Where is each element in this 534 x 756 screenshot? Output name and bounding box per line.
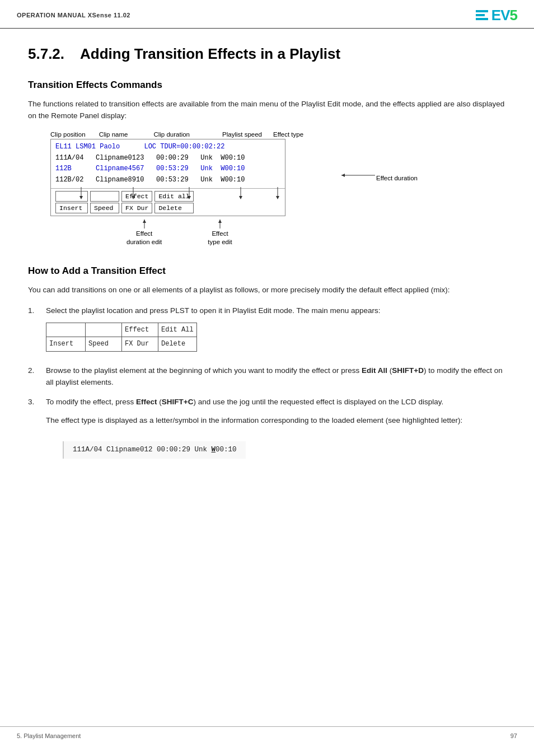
section-heading: Adding Transition Effects in a Playlist (80, 45, 340, 62)
effect-type-label: Effect type (273, 131, 303, 138)
clip-position-label: Clip position (50, 131, 86, 138)
mini-btn-empty-1[interactable] (46, 323, 85, 337)
mini-btn-insert[interactable]: Insert (46, 337, 85, 352)
step-1-num: 1. (28, 305, 40, 317)
playlist-speed-label: Playlist speed (222, 131, 262, 138)
arrow-up-right (212, 220, 228, 228)
section-number: 5.7.2. (28, 45, 64, 62)
btn-grid-inner: Effect Edit All Insert Speed FX Dur Dele… (46, 323, 506, 352)
step-2: 2. Browse to the playlist element at the… (28, 365, 506, 389)
btn-speed[interactable]: Speed (90, 203, 119, 213)
mini-btn-edit-all[interactable]: Edit All (158, 323, 197, 337)
effect-duration-label: Effect duration (341, 167, 418, 181)
section-title: 5.7.2. Adding Transition Effects in a Pl… (28, 45, 506, 63)
step-2-content: Browse to the playlist element at the be… (46, 365, 506, 389)
screen-inner: EL11 LSM01 Paolo LOC TDUR=00:00:02:22 11… (51, 139, 285, 188)
mini-btn-effect[interactable]: Effect (121, 323, 158, 337)
step-1-content: Select the playlist location and press P… (46, 305, 506, 357)
footer: 5. Playlist Management 97 (0, 726, 534, 745)
step-1: 1. Select the playlist location and pres… (28, 305, 506, 357)
step-3: 3. To modify the effect, press Effect (S… (28, 396, 506, 468)
logo-bar-1 (476, 10, 488, 12)
mini-btn-empty-2[interactable] (85, 323, 121, 337)
effect-duration-edit-label: Effectduration edit (127, 220, 162, 246)
screen-row-2: 112B Clipname4567 00:53:29 Unk W00:10 (55, 164, 280, 175)
btn-delete[interactable]: Delete (154, 203, 193, 213)
subsection2-heading: How to Add a Transition Effect (28, 265, 506, 277)
step-3-num: 3. (28, 396, 40, 408)
subsection1-heading: Transition Effects Commands (28, 80, 506, 91)
svg-marker-7 (239, 196, 242, 199)
screen-row-1: 111A/04 Clipname0123 00:00:29 Unk W00:10 (55, 153, 280, 164)
header: OPERATION MANUAL XSense 11.02 EV5 (0, 0, 534, 29)
steps-list: 1. Select the playlist location and pres… (28, 305, 506, 468)
btn-insert[interactable]: Insert (55, 203, 88, 213)
logo-bar-3 (476, 18, 488, 20)
header-title: OPERATION MANUAL XSense 11.02 (17, 12, 130, 18)
logo: EV5 (476, 8, 517, 22)
footer-right: 97 (510, 732, 517, 739)
logo-bars (476, 10, 488, 20)
logo-bar-2 (476, 14, 485, 16)
mini-btn-delete[interactable]: Delete (158, 337, 197, 352)
svg-marker-11 (143, 220, 146, 223)
btn-fx-dur[interactable]: FX Dur (121, 203, 152, 213)
svg-marker-15 (341, 174, 345, 177)
arrow-up-left (136, 220, 153, 228)
logo-text: EV5 (491, 8, 517, 22)
code-line: 111A/04 Clipname012 00:00:29 Unk W00:10 (63, 441, 246, 459)
screen-row-header: EL11 LSM01 Paolo LOC TDUR=00:00:02:22 (55, 142, 280, 153)
svg-marker-3 (132, 196, 135, 199)
subsection2: How to Add a Transition Effect You can a… (28, 265, 506, 468)
clip-name-label: Clip name (99, 131, 128, 138)
svg-marker-13 (218, 220, 222, 223)
screen-row-3: 112B/02 Clipname8910 00:53:29 Unk W00:10 (55, 175, 280, 186)
clip-duration-label: Clip duration (153, 131, 190, 138)
effect-type-edit-label: Effecttype edit (208, 220, 232, 246)
below-button-labels: Effectduration edit Effecttype edit (45, 220, 336, 246)
svg-marker-1 (79, 196, 83, 199)
footer-left: 5. Playlist Management (17, 732, 81, 739)
step-2-num: 2. (28, 365, 40, 377)
svg-marker-9 (276, 196, 279, 199)
mini-btn-fx-dur[interactable]: FX Dur (121, 337, 158, 352)
subsection1-body: The functions related to transition effe… (28, 99, 506, 122)
step-3-content: To modify the effect, press Effect (SHIF… (46, 396, 506, 468)
step-3-extra: The effect type is displayed as a letter… (46, 415, 506, 427)
subsection2-body: You can add transitions on one or all el… (28, 284, 506, 296)
mini-btn-speed[interactable]: Speed (85, 337, 121, 352)
svg-marker-5 (188, 196, 191, 199)
main-content: 5.7.2. Adding Transition Effects in a Pl… (0, 29, 534, 499)
arrows-svg (50, 187, 330, 200)
mini-button-grid: Effect Edit All Insert Speed FX Dur Dele… (46, 323, 506, 352)
panel-screen: EL11 LSM01 Paolo LOC TDUR=00:00:02:22 11… (50, 139, 285, 216)
main-diagram: Clip position Clip name Clip duration Pl… (34, 131, 506, 246)
